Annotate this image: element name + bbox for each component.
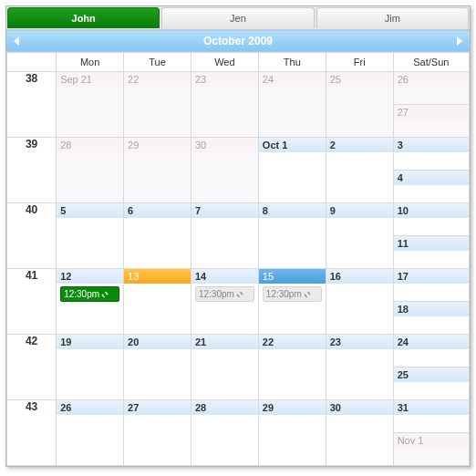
day-body: 12:30pm [57,284,123,334]
dow-mon: Mon [57,53,124,72]
day-body [326,87,393,137]
day-cell[interactable]: 28 [191,400,258,466]
day-number: 17 [394,269,469,284]
day-number: 23 [326,335,393,349]
week-number: 41 [7,269,57,335]
day-cell[interactable]: 28 [57,138,124,203]
week-number: 39 [7,138,57,203]
day-cell[interactable]: 20 [124,335,191,400]
day-body [394,87,469,104]
day-body [326,415,393,465]
day-cell[interactable]: 1512:30pm [258,269,326,335]
recurring-icon [304,291,311,298]
day-cell[interactable]: 7 [191,203,258,269]
day-cell[interactable]: 24 [258,72,326,138]
prev-month-button[interactable] [14,36,19,46]
day-body [394,349,469,367]
day-body [259,349,326,399]
day-number: 10 [394,203,469,218]
day-number: 26 [57,400,123,415]
tab-jim[interactable]: Jim [316,7,469,28]
day-body [259,152,326,202]
day-cell[interactable]: 16 [326,269,393,335]
day-body [394,185,469,202]
day-cell[interactable]: 25 [326,72,393,138]
day-number: Sep 21 [57,72,123,87]
day-cell[interactable]: 23 [326,335,393,400]
day-cell[interactable]: 30 [326,400,393,466]
calendar-app: JohnJenJim October 2009 Mon Tue Wed Thu … [5,5,471,467]
week-number: 42 [7,335,57,400]
event-time: 12:30pm [199,289,234,299]
day-cell[interactable]: 26 [57,400,124,466]
day-body [124,349,191,399]
day-number: 14 [191,269,258,284]
week-number: 40 [7,203,57,269]
day-number: 24 [259,72,326,87]
day-number: 9 [326,203,393,218]
week-number: 43 [7,400,57,466]
day-body [57,415,123,465]
day-number: 18 [394,302,469,316]
day-body [394,284,469,301]
day-body [259,415,326,465]
next-month-button[interactable] [457,36,462,46]
day-cell[interactable]: 6 [124,203,191,269]
tab-jen[interactable]: Jen [161,7,314,28]
week-number-header [7,53,57,72]
day-body [326,152,393,202]
day-of-week-header: Mon Tue Wed Thu Fri Sat/Sun [7,53,470,72]
day-cell[interactable]: 29 [124,138,191,203]
day-cell[interactable]: 30 [191,138,258,203]
day-cell[interactable]: 1412:30pm [191,269,258,335]
weekend-cell[interactable]: 1718 [393,269,469,335]
day-cell[interactable]: 9 [326,203,393,269]
day-cell[interactable]: 13 [124,269,191,335]
day-cell[interactable]: 29 [258,400,326,466]
weekend-cell[interactable]: 31Nov 1 [393,400,469,466]
weekend-cell[interactable]: 1011 [393,203,469,269]
day-body [394,382,469,399]
event-time: 12:30pm [266,289,302,299]
day-cell[interactable]: 1212:30pm [57,269,124,335]
day-cell[interactable]: Sep 21 [57,72,124,138]
weekend-cell[interactable]: 2627 [393,72,469,138]
day-number: 30 [191,138,258,152]
day-body [191,415,258,465]
calendar-grid: Mon Tue Wed Thu Fri Sat/Sun 38Sep 212223… [6,52,470,466]
weekend-cell[interactable]: 2425 [393,335,469,400]
day-cell[interactable]: 2 [326,138,393,203]
calendar-event[interactable]: 12:30pm [195,286,254,302]
dow-tue: Tue [124,53,191,72]
calendar-body: 38Sep 2122232425262739282930Oct 12344056… [7,72,470,466]
day-body [394,448,469,465]
tab-john[interactable]: John [7,7,160,28]
day-cell[interactable]: 19 [57,335,124,400]
day-body [124,87,191,137]
day-number: 13 [124,269,191,284]
day-number: 2 [326,138,393,152]
day-number: 20 [124,335,191,349]
day-cell[interactable]: 22 [258,335,326,400]
day-cell[interactable]: 27 [124,400,191,466]
weekend-cell[interactable]: 34 [393,138,469,203]
day-body: 12:30pm [259,284,326,334]
calendar-event[interactable]: 12:30pm [60,286,119,302]
day-cell[interactable]: Oct 1 [258,138,326,203]
day-cell[interactable]: 21 [191,335,258,400]
day-cell[interactable]: 5 [57,203,124,269]
day-number: 6 [124,203,191,218]
day-number: 19 [57,335,123,349]
day-number: 21 [191,335,258,349]
calendar-event[interactable]: 12:30pm [263,286,322,302]
month-title: October 2009 [203,35,273,47]
day-body [394,415,469,432]
day-number: 22 [259,335,326,349]
day-body [394,218,469,235]
day-number: 8 [259,203,326,218]
day-number: 4 [394,171,469,185]
day-cell[interactable]: 23 [191,72,258,138]
day-cell[interactable]: 22 [124,72,191,138]
day-body [326,349,393,399]
day-cell[interactable]: 8 [258,203,326,269]
